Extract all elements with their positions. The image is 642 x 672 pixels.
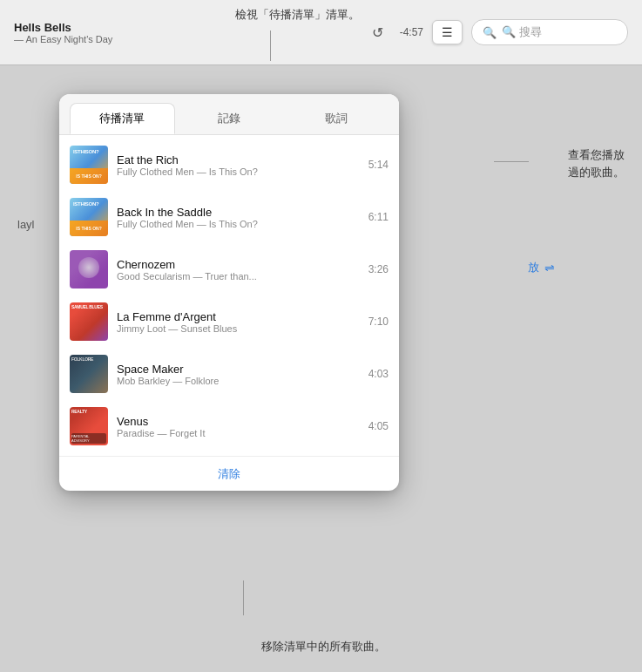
song-list: ISTHISON? IS THIS ON? Eat the Rich Fully… [59, 135, 399, 456]
shuffle-play-button[interactable]: 放 [528, 260, 539, 275]
song-duration: 4:05 [368, 420, 389, 432]
search-placeholder: 🔍 搜尋 [502, 24, 542, 40]
repeat-button[interactable]: ↺ [368, 21, 387, 44]
song-meta: Jimmy Loot — Sunset Blues [117, 323, 360, 334]
song-title: Eat the Rich [117, 153, 360, 166]
queue-popup: 待播清單 記錄 歌詞 ISTHISON? IS THIS ON? Eat the… [59, 94, 399, 491]
song-info: Back In the Saddle Fully Clothed Men — I… [117, 206, 360, 229]
tab-history[interactable]: 記錄 [177, 103, 282, 134]
callout-line-top [270, 31, 271, 61]
table-row[interactable]: ISTHISON? IS THIS ON? Back In the Saddle… [59, 191, 399, 243]
tab-bar: 待播清單 記錄 歌詞 [59, 94, 399, 135]
song-duration: 5:14 [368, 159, 389, 171]
art-label: ISTHISON? [73, 149, 98, 154]
song-info: Venus Paradise — Forget It [117, 415, 360, 438]
search-bar[interactable]: 🔍 🔍 搜尋 [471, 19, 628, 45]
song-info: Eat the Rich Fully Clothed Men — Is This… [117, 153, 360, 177]
album-art: FOLKLORE [70, 355, 108, 393]
song-info: Chernozem Good Secularism — Truer than..… [117, 258, 360, 282]
shuffle-area: 放 ⇌ [528, 260, 555, 275]
song-title: Venus [117, 415, 360, 428]
song-duration: 3:26 [368, 263, 389, 275]
search-icon: 🔍 [483, 26, 497, 39]
table-row[interactable]: Chernozem Good Secularism — Truer than..… [59, 243, 399, 295]
art-label: ISTHISON? [73, 201, 98, 207]
time-remaining: -4:57 [395, 26, 423, 38]
song-meta: Mob Barkley — Folklore [117, 376, 360, 386]
clear-button-row: 清除 [59, 456, 399, 491]
song-duration: 6:11 [368, 211, 389, 223]
song-title: Space Maker [117, 363, 360, 376]
callout-line-bottom [243, 580, 244, 615]
album-art [70, 250, 108, 288]
tab-lyrics[interactable]: 歌詞 [283, 103, 389, 134]
song-meta: Fully Clothed Men — Is This On? [117, 219, 360, 229]
callout-bottom: 移除清單中的所有歌曲。 [261, 639, 386, 655]
song-info: Space Maker Mob Barkley — Folklore [117, 363, 360, 386]
song-title: Chernozem [117, 258, 360, 271]
song-title: La Femme d'Argent [117, 310, 360, 323]
callout-line-right [494, 161, 529, 162]
album-art: ISTHISON? IS THIS ON? [70, 198, 108, 236]
tab-queue[interactable]: 待播清單 [70, 103, 175, 134]
album-art: SAMUEL BLUES [70, 302, 108, 341]
song-info: La Femme d'Argent Jimmy Loot — Sunset Bl… [117, 310, 360, 334]
table-row[interactable]: FOLKLORE Space Maker Mob Barkley — Folkl… [59, 348, 399, 400]
now-playing-subtitle: — An Easy Night's Day [14, 34, 360, 44]
table-row[interactable]: SAMUEL BLUES La Femme d'Argent Jimmy Loo… [59, 295, 399, 348]
song-duration: 4:03 [368, 368, 389, 380]
song-title: Back In the Saddle [117, 206, 360, 219]
shuffle-icon: ⇌ [544, 261, 555, 275]
album-art: ISTHISON? IS THIS ON? [70, 146, 108, 184]
song-meta: Fully Clothed Men — Is This On? [117, 166, 360, 177]
table-row[interactable]: ISTHISON? IS THIS ON? Eat the Rich Fully… [59, 139, 399, 191]
now-playing-info: Hells Bells — An Easy Night's Day [14, 21, 360, 44]
clear-button[interactable]: 清除 [218, 466, 240, 482]
callout-top: 檢視「待播清單」清單。 [235, 7, 360, 23]
table-row[interactable]: REALTY PARENTAL ADVISORY Venus Paradise … [59, 400, 399, 452]
song-meta: Paradise — Forget It [117, 428, 360, 438]
song-meta: Good Secularism — Truer than... [117, 271, 360, 282]
song-duration: 7:10 [368, 316, 389, 328]
queue-button[interactable]: ☰ [432, 20, 463, 44]
album-art: REALTY PARENTAL ADVISORY [70, 407, 108, 445]
sidebar-hint: layl [17, 218, 35, 231]
callout-right: 查看您播放過的歌曲。 [568, 146, 625, 180]
